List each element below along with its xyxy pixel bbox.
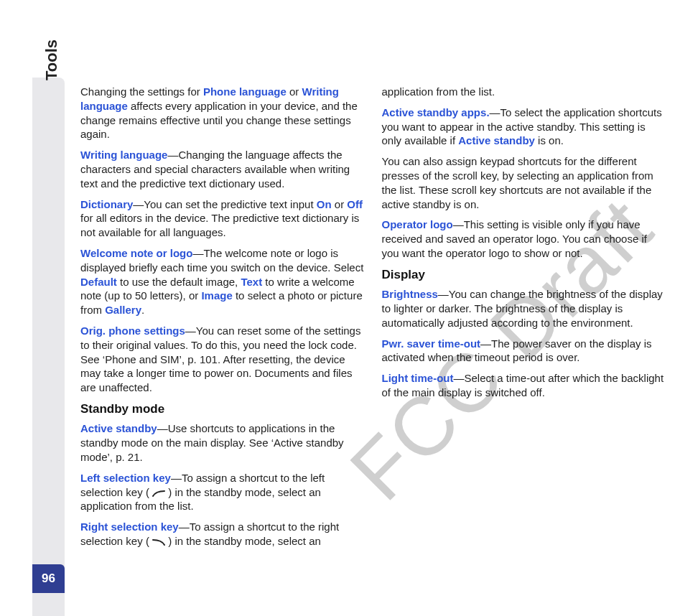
para-light-timeout: Light time-out—Select a time-out after w… xyxy=(382,371,666,400)
term-pwr: Pwr. saver time-out xyxy=(382,337,481,350)
para-active-standby-apps: Active standby apps.—To select the appli… xyxy=(382,106,666,148)
para-scroll-key: You can also assign keypad shortcuts for… xyxy=(382,154,666,211)
para-dictionary: Dictionary—You can set the predictive te… xyxy=(80,197,365,240)
term-orig: Orig. phone settings xyxy=(80,325,185,337)
side-tab xyxy=(32,78,65,616)
para-brightness: Brightness—You can change the brightness… xyxy=(382,287,666,330)
heading-display: Display xyxy=(382,267,666,283)
term-default: Default xyxy=(80,276,117,288)
term-left-selection: Left selection key xyxy=(80,472,171,484)
para-active-standby: Active standby—Use shortcuts to applicat… xyxy=(80,421,365,464)
para-writing-language: Writing language—Changing the language a… xyxy=(80,148,365,190)
para-orig-settings: Orig. phone settings—You can reset some … xyxy=(80,324,365,395)
term-image: Image xyxy=(201,289,232,302)
right-softkey-icon xyxy=(152,538,165,546)
para-operator-logo: Operator logo—This setting is visible on… xyxy=(382,218,666,260)
term-writing-language-2: Writing language xyxy=(80,149,167,161)
term-phone-language: Phone language xyxy=(203,85,287,98)
page-content: Changing the settings for Phone language… xyxy=(80,85,666,551)
term-welcome: Welcome note or logo xyxy=(80,247,192,259)
sidebar: Tools 96 xyxy=(0,0,65,616)
term-active-standby-2: Active standby xyxy=(458,134,535,146)
heading-standby-mode: Standby mode xyxy=(80,401,365,417)
page-number: 96 xyxy=(32,564,65,593)
left-softkey-icon xyxy=(152,490,165,498)
term-gallery: Gallery xyxy=(105,304,141,316)
term-off: Off xyxy=(347,198,363,210)
term-asa: Active standby apps. xyxy=(382,106,490,118)
para-welcome: Welcome note or logo—The welcome note or… xyxy=(80,246,365,317)
term-active-standby: Active standby xyxy=(80,422,157,434)
term-light: Light time-out xyxy=(382,372,454,384)
para-left-selection: Left selection key—To assign a shortcut … xyxy=(80,471,365,513)
term-right-selection: Right selection key xyxy=(80,521,179,533)
term-dictionary: Dictionary xyxy=(80,198,133,210)
term-operator-logo: Operator logo xyxy=(382,218,453,230)
term-on: On xyxy=(317,198,332,210)
term-text: Text xyxy=(241,276,262,288)
term-brightness: Brightness xyxy=(382,288,438,300)
para-phone-language: Changing the settings for Phone language… xyxy=(80,85,365,141)
side-section-title: Tools xyxy=(42,39,61,80)
para-power-saver: Pwr. saver time-out—The power saver on t… xyxy=(382,337,666,365)
